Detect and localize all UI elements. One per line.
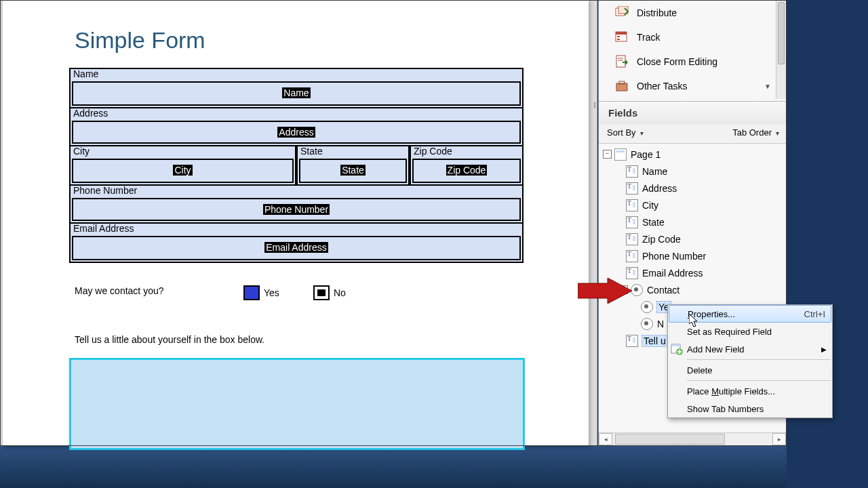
field-city-label: City — [73, 146, 90, 157]
field-email-label: Email Address — [73, 223, 134, 234]
tree-name-label: Name — [642, 166, 667, 177]
tree-phone-label: Phone Number — [642, 251, 706, 262]
ctx-properties-shortcut: Ctrl+I — [804, 309, 825, 319]
scroll-left-button[interactable]: ◂ — [599, 433, 612, 445]
tree-hscrollbar[interactable]: ◂ ▸ — [599, 432, 786, 445]
task-track[interactable]: Track — [600, 25, 776, 49]
field-name[interactable]: Name Name — [69, 68, 524, 108]
checkbox-yes-icon — [243, 285, 260, 300]
task-other-tasks[interactable]: Other Tasks ▼ — [600, 74, 776, 98]
tasks-scrollbar[interactable] — [776, 1, 786, 99]
field-zip-input[interactable]: Zip Code — [412, 159, 521, 183]
radio-yes-label: Yes — [264, 287, 279, 298]
document-pane: Simple Form Name Name Address Address Ci… — [0, 0, 597, 446]
tree-tell-label: Tell u — [642, 336, 667, 346]
scroll-right-button[interactable]: ▸ — [772, 433, 786, 445]
radiogroup-icon — [631, 284, 643, 296]
textfield-icon — [626, 335, 638, 347]
ctx-place-label: Place Multiple Fields... — [687, 386, 775, 396]
textfield-icon — [626, 182, 638, 195]
field-state-input[interactable]: State — [299, 159, 407, 183]
ctx-separator — [687, 380, 831, 381]
field-email-input[interactable]: Email Address — [72, 236, 521, 260]
ctx-add-new-field[interactable]: Add New Field ▶ — [668, 340, 832, 358]
field-phone-input[interactable]: Phone Number — [72, 198, 521, 221]
taborder-dropdown[interactable]: Tab Order — [732, 127, 779, 138]
field-city[interactable]: City City — [69, 145, 296, 186]
scroll-thumb[interactable] — [615, 434, 725, 445]
tree-contact-label: Contact — [647, 285, 679, 296]
radio-no-label: No — [334, 287, 346, 298]
field-phone[interactable]: Phone Number Phone Number — [69, 184, 524, 224]
briefcase-icon — [615, 79, 629, 93]
svg-marker-17 — [689, 314, 697, 327]
mouse-cursor-icon — [689, 314, 700, 329]
submenu-arrow-icon: ▶ — [821, 346, 827, 353]
tree-name[interactable]: Name — [599, 163, 786, 180]
field-address-input[interactable]: Address — [72, 121, 521, 144]
field-name-input[interactable]: Name — [72, 81, 521, 106]
tree-address[interactable]: Address — [599, 180, 786, 197]
svg-rect-4 — [617, 36, 620, 37]
svg-rect-6 — [616, 56, 625, 67]
fields-header: Fields — [599, 101, 786, 125]
page-icon — [614, 148, 627, 161]
sortby-dropdown[interactable]: Sort By — [607, 127, 644, 138]
form-page: Simple Form Name Name Address Address Ci… — [3, 0, 589, 446]
add-field-icon — [671, 343, 683, 355]
checkbox-no-icon — [313, 285, 330, 300]
ctx-delete[interactable]: Delete — [668, 361, 832, 379]
task-close-form-editing[interactable]: Close Form Editing — [600, 49, 776, 74]
form-title: Simple Form — [75, 27, 205, 54]
textfield-icon — [626, 165, 638, 178]
tree-city[interactable]: City — [599, 197, 786, 214]
tree-page1[interactable]: − Page 1 — [599, 146, 786, 163]
app-background — [0, 446, 787, 488]
tree-page1-label: Page 1 — [631, 149, 660, 160]
tree-state-label: State — [642, 217, 665, 228]
ctx-place-multiple[interactable]: Place Multiple Fields... — [668, 382, 832, 400]
task-other-label: Other Tasks — [637, 81, 687, 92]
radio-icon — [641, 318, 653, 330]
svg-marker-11 — [578, 278, 632, 304]
task-track-label: Track — [637, 32, 660, 43]
about-textarea[interactable] — [69, 358, 525, 450]
field-address[interactable]: Address Address — [69, 107, 524, 146]
field-city-input[interactable]: City — [72, 159, 294, 183]
textfield-icon — [626, 233, 638, 245]
ctx-show-tab-numbers[interactable]: Show Tab Numbers — [668, 400, 832, 418]
tree-state[interactable]: State — [599, 214, 786, 230]
task-distribute-label: Distribute — [637, 7, 677, 18]
tree-phone[interactable]: Phone Number — [599, 247, 786, 264]
field-state[interactable]: State State — [296, 145, 410, 186]
svg-rect-13 — [671, 344, 680, 346]
textfield-icon — [626, 250, 638, 262]
tree-email-label: Email Address — [642, 268, 703, 279]
task-close-label: Close Form Editing — [637, 56, 717, 67]
ctx-addnew-label: Add New Field — [687, 344, 745, 354]
field-name-label: Name — [73, 68, 98, 79]
ctx-separator — [687, 359, 831, 360]
ctx-show-label: Show Tab Numbers — [687, 404, 764, 414]
field-email[interactable]: Email Address Email Address — [69, 222, 524, 263]
textfield-icon — [626, 199, 638, 211]
radio-yes[interactable]: Yes — [243, 285, 279, 300]
fields-toolbar: Sort By Tab Order — [599, 124, 786, 144]
distribute-icon — [615, 6, 629, 20]
tree-address-label: Address — [642, 183, 677, 194]
close-form-icon — [615, 55, 629, 68]
field-address-label: Address — [73, 108, 108, 119]
svg-rect-5 — [617, 39, 620, 40]
radio-no[interactable]: No — [313, 285, 346, 300]
textfield-icon — [626, 216, 638, 228]
chevron-down-icon: ▼ — [764, 83, 771, 90]
radio-icon — [641, 301, 653, 313]
svg-rect-9 — [616, 83, 627, 91]
about-label: Tell us a little about yourself in the b… — [75, 334, 264, 345]
task-distribute[interactable]: Distribute — [600, 1, 776, 25]
field-zip[interactable]: Zip Code Zip Code — [410, 145, 524, 186]
collapse-icon[interactable]: − — [603, 150, 612, 159]
tree-zip[interactable]: Zip Code — [599, 230, 786, 247]
tree-no-label: N — [657, 319, 664, 329]
splitter-handle[interactable] — [594, 102, 598, 108]
